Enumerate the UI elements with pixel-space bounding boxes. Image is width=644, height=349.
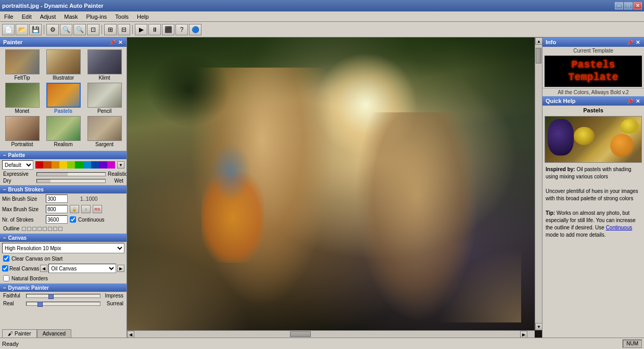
outline-dots [22, 227, 62, 231]
dry-slider[interactable] [36, 179, 106, 183]
minimize-button[interactable]: ─ [615, 2, 623, 9]
advanced-tab[interactable]: Advanced [37, 329, 71, 338]
canvas-resolution-row: High Resolution 10 Mpix [0, 242, 127, 254]
natural-borders-checkbox[interactable] [3, 275, 9, 281]
quick-help-pin-button[interactable]: 📌 [627, 98, 633, 104]
vscroll-down-btn[interactable]: ▼ [535, 323, 542, 330]
toolbar-zoom-fit[interactable]: ⊡ [87, 24, 99, 35]
canvas-type-select[interactable]: Oil Canvas [48, 264, 116, 273]
outline-row: Outline [0, 225, 127, 232]
nr-strokes-input[interactable] [46, 215, 68, 224]
menu-mask[interactable]: Mask [60, 12, 82, 21]
toolbar-new[interactable]: 📄 [2, 24, 15, 35]
canvas-prev-btn[interactable]: ◀ [40, 265, 47, 272]
template-illustrator[interactable]: Illustrator [43, 49, 83, 81]
hscroll-thumb[interactable] [290, 331, 311, 337]
max-brush-input[interactable] [46, 205, 68, 213]
painter-tab[interactable]: 🖌 Painter [2, 329, 37, 338]
info-section: Current Template Pastels Template All th… [542, 47, 644, 96]
brush-collapse-btn[interactable]: – [3, 187, 6, 192]
menu-help[interactable]: Help [133, 12, 153, 21]
vscroll-up-btn[interactable]: ▲ [535, 37, 542, 45]
outline-dot-4[interactable] [37, 227, 42, 231]
template-monet[interactable]: Monet [2, 82, 42, 114]
hscroll-right-btn[interactable]: ▶ [520, 331, 527, 338]
toolbar-extra[interactable]: 🔵 [189, 24, 201, 35]
info-close-button[interactable]: ✕ [635, 39, 641, 45]
template-sargent[interactable]: Sargent [84, 115, 124, 148]
quick-help-panel-header: Quick Help 📌 ✕ [542, 96, 644, 106]
toolbar-open[interactable]: 📂 [16, 24, 28, 35]
bottom-tabs: 🖌 Painter Advanced [0, 328, 127, 338]
lock-button[interactable]: 🔒 [70, 205, 79, 213]
wet-label: Wet [108, 178, 123, 184]
outline-dot-2[interactable] [27, 227, 31, 231]
continuous-link[interactable]: Continuous [606, 225, 633, 230]
painter-panel-header: Painter 📌 ✕ [0, 37, 127, 47]
template-display-line2: Template [568, 71, 618, 84]
palette-collapse-btn[interactable]: – [3, 152, 6, 158]
menu-tools[interactable]: Tools [111, 12, 133, 21]
close-button[interactable]: ✕ [634, 2, 642, 9]
toolbar-view2[interactable]: ⊟ [118, 24, 130, 35]
toolbar-play[interactable]: ▶ [135, 24, 147, 35]
menu-file[interactable]: File [0, 12, 18, 21]
toolbar-view1[interactable]: ⊞ [104, 24, 117, 35]
current-template-label: Current Template [542, 47, 644, 55]
rs-button[interactable]: RS [93, 205, 102, 213]
dp-collapse-btn[interactable]: – [3, 285, 6, 291]
canvas-collapse-btn[interactable]: – [3, 235, 6, 241]
min-brush-input[interactable] [46, 195, 68, 203]
menu-edit[interactable]: Edit [18, 12, 36, 21]
dp-real-slider[interactable] [26, 302, 100, 306]
outline-dot-1[interactable] [22, 227, 26, 231]
max-brush-label: Max Brush Size [2, 206, 44, 212]
menu-plugins[interactable]: Plug-ins [82, 12, 111, 21]
vscroll-thumb[interactable] [536, 48, 541, 63]
toolbar-help[interactable]: ? [175, 24, 188, 35]
swatch-orange [52, 161, 59, 169]
expressive-slider[interactable] [36, 172, 106, 176]
outline-dot-6[interactable] [48, 227, 52, 231]
real-canvas-checkbox[interactable] [2, 265, 8, 272]
clear-canvas-label: Clear Canvas on Start [11, 256, 62, 262]
hscroll-left-btn[interactable]: ◀ [127, 331, 134, 338]
palette-dropdown-btn[interactable]: ▼ [117, 161, 124, 169]
painter-pin-button[interactable]: 📌 [109, 39, 116, 45]
up-down-button[interactable]: ↕ [81, 205, 91, 213]
outline-dot-3[interactable] [32, 227, 36, 231]
toolbar-zoom-in[interactable]: 🔍 [60, 24, 72, 35]
outline-dot-7[interactable] [53, 227, 57, 231]
tip-label: Tip: [546, 210, 555, 216]
quick-help-close-button[interactable]: ✕ [635, 98, 641, 104]
painter-close-button[interactable]: ✕ [117, 39, 123, 45]
swatch-red [35, 161, 43, 169]
outline-dot-8[interactable] [58, 227, 62, 231]
fruit-orange2 [574, 127, 595, 145]
toolbar-pause[interactable]: ⏸ [148, 24, 161, 35]
nr-strokes-label: Nr. of Strokes [2, 217, 44, 223]
outline-dot-5[interactable] [43, 227, 47, 231]
clear-canvas-checkbox[interactable] [3, 255, 9, 262]
info-pin-button[interactable]: 📌 [627, 39, 633, 45]
toolbar-zoom-out[interactable]: 🔍 [73, 24, 86, 35]
canvas-resolution-select[interactable]: High Resolution 10 Mpix [2, 243, 124, 253]
toolbar-settings[interactable]: ⚙ [46, 24, 59, 35]
template-pastels[interactable]: Pastels [43, 82, 83, 114]
maximize-button[interactable]: □ [624, 2, 633, 9]
dp-faithful-slider[interactable] [26, 294, 100, 298]
template-realism[interactable]: Realism [43, 115, 83, 148]
dark-corner-tl [148, 53, 231, 127]
expressive-slider-row: Expressive Realistic [0, 171, 127, 177]
toolbar-save[interactable]: 💾 [29, 24, 42, 35]
template-klimt[interactable]: Klimt [84, 49, 124, 81]
template-pencil[interactable]: Pencil [84, 82, 124, 114]
canvas-section-label: Canvas [8, 235, 27, 241]
continuous-checkbox[interactable] [70, 216, 76, 223]
canvas-next-btn[interactable]: ▶ [117, 265, 124, 272]
template-portraitist[interactable]: Portraitist [2, 115, 42, 148]
palette-select[interactable]: Default [2, 160, 33, 170]
toolbar-stop[interactable]: ⬛ [162, 24, 174, 35]
template-felttip[interactable]: FeltTip [2, 49, 42, 81]
menu-adjust[interactable]: Adjust [36, 12, 60, 21]
